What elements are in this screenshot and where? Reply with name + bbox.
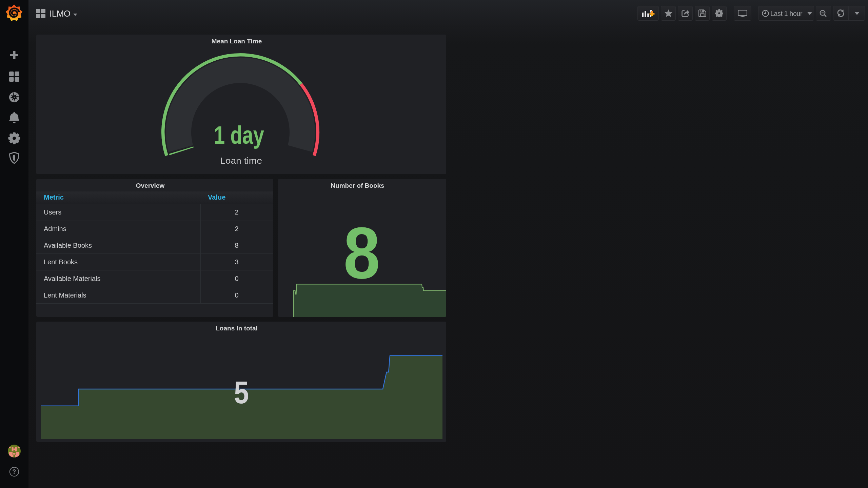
svg-text:?: ? [13,468,16,475]
svg-text:Loan time: Loan time [220,156,262,166]
svg-text:1 day: 1 day [214,121,264,149]
svg-text:8: 8 [343,212,380,294]
svg-text:5: 5 [234,375,249,410]
